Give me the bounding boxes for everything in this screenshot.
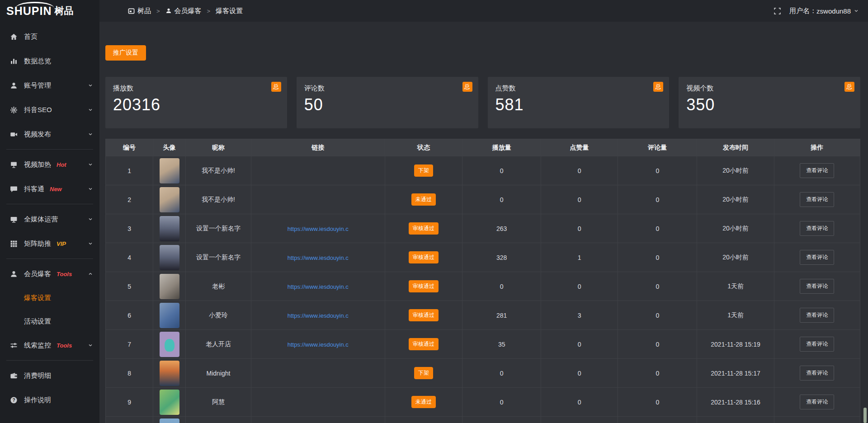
video-link[interactable]: https://www.iesdouyin.c — [288, 312, 349, 319]
avatar — [160, 418, 179, 423]
cell-id: 1 — [106, 156, 153, 185]
new-badge: New — [50, 186, 62, 193]
cell-likes: 3 — [541, 301, 618, 330]
cell-comments: 0 — [618, 185, 697, 214]
view-comments-button[interactable]: 查看评论 — [800, 192, 834, 207]
video-link[interactable]: https://www.iesdouyin.c — [288, 254, 349, 261]
sidebar-item-home[interactable]: 首页 — [0, 24, 99, 49]
stat-card-likes: 点赞数 581 总 — [488, 77, 670, 128]
chevron-down-icon — [88, 162, 93, 167]
total-badge: 总 — [271, 82, 281, 92]
sidebar-divider — [6, 204, 93, 204]
status-badge[interactable]: 审核通过 — [409, 280, 439, 292]
user-menu[interactable]: 用户名： zswodun88 — [789, 7, 859, 15]
avatar — [160, 274, 179, 299]
status-badge[interactable]: 审核通过 — [409, 222, 439, 235]
tools-badge: Tools — [57, 342, 72, 349]
scrollbar-thumb[interactable] — [863, 408, 867, 423]
sidebar-item-operation-guide[interactable]: ? 操作说明 — [0, 388, 99, 412]
screen-icon — [10, 161, 18, 169]
breadcrumb-item-current[interactable]: 爆客设置 — [216, 7, 243, 15]
col-header-status: 状态 — [385, 139, 462, 156]
cell-likes: 1 — [541, 243, 618, 272]
main-area: 树品 > 会员爆客 > 爆客设置 用户名： zswodun88 推广设置 — [99, 0, 868, 423]
sidebar-subitem-baoke-settings[interactable]: 爆客设置 — [0, 286, 99, 310]
sidebar-item-douyin-seo[interactable]: 抖音SEO — [0, 98, 99, 122]
sidebar-item-label: 消费明细 — [24, 371, 51, 380]
sidebar-divider — [6, 149, 93, 150]
sidebar-item-account-management[interactable]: 账号管理 — [0, 73, 99, 98]
status-badge[interactable]: 下架 — [414, 367, 433, 379]
cell-id: 2 — [106, 185, 153, 214]
sliders-icon — [10, 342, 18, 349]
cell-id: 8 — [106, 359, 153, 388]
chevron-down-icon — [88, 83, 93, 88]
sidebar-item-omnimedia-operation[interactable]: 全媒体运营 — [0, 207, 99, 231]
sidebar-item-consumption-detail[interactable]: 消费明细 — [0, 363, 99, 388]
sidebar-item-matrix-boost[interactable]: 矩阵助推 VIP — [0, 231, 99, 256]
cell-plays: 328 — [462, 243, 541, 272]
bar-chart-icon — [10, 57, 18, 65]
breadcrumb-app-icon — [128, 8, 135, 14]
stat-label: 播放数 — [113, 84, 287, 93]
sidebar-menu: 首页 数据总览 账号管理 抖音SEO 视频发布 — [0, 22, 99, 412]
col-header-plays: 播放量 — [462, 139, 541, 156]
sidebar-item-clue-monitor[interactable]: 线索监控 Tools — [0, 333, 99, 357]
cell-comments: 0 — [618, 214, 697, 243]
sidebar-item-video-publish[interactable]: 视频发布 — [0, 122, 99, 146]
table-row: 8 Midnight 下架 0 0 0 2021-11-28 15:17 查看评… — [106, 359, 860, 388]
sidebar-item-label: 会员爆客 — [24, 270, 51, 278]
home-icon — [10, 33, 18, 41]
video-link[interactable]: https://www.iesdouyin.c — [288, 283, 349, 290]
sidebar-item-label: 矩阵助推 — [24, 240, 51, 248]
status-badge[interactable]: 审核通过 — [409, 251, 439, 263]
cell-plays: 0 — [462, 185, 541, 214]
status-badge[interactable]: 审核通过 — [409, 309, 439, 321]
cell-publish-time: 2021-11-28 15:16 — [697, 388, 774, 417]
col-header-publish-time: 发布时间 — [697, 139, 774, 156]
sidebar-subitem-activity-settings[interactable]: 活动设置 — [0, 310, 99, 333]
status-badge[interactable]: 未通过 — [411, 396, 436, 408]
topbar: 树品 > 会员爆客 > 爆客设置 用户名： zswodun88 — [99, 0, 868, 22]
col-header-comments: 评论量 — [618, 139, 697, 156]
status-badge[interactable]: 未通过 — [411, 193, 436, 206]
stat-card-comments: 评论数 50 总 — [297, 77, 478, 128]
view-comments-button[interactable]: 查看评论 — [800, 337, 834, 352]
view-comments-button[interactable]: 查看评论 — [800, 279, 834, 294]
hot-badge: Hot — [57, 161, 66, 168]
view-comments-button[interactable]: 查看评论 — [800, 250, 834, 265]
view-comments-button[interactable]: 查看评论 — [800, 308, 834, 323]
breadcrumb-item-member[interactable]: 会员爆客 — [175, 7, 202, 15]
view-comments-button[interactable]: 查看评论 — [800, 395, 834, 409]
stat-card-videos: 视频个数 350 总 — [679, 77, 860, 128]
member-icon — [10, 270, 18, 278]
sidebar-item-member-baoke[interactable]: 会员爆客 Tools — [0, 262, 99, 286]
video-link[interactable]: https://www.iesdouyin.c — [288, 341, 349, 348]
status-badge[interactable]: 下架 — [414, 164, 433, 177]
cell-plays: 0 — [462, 272, 541, 301]
table-row: 5 老彬 https://www.iesdouyin.c 审核通过 0 0 0 … — [106, 272, 860, 301]
total-badge: 总 — [844, 82, 854, 92]
view-comments-button[interactable]: 查看评论 — [800, 221, 834, 236]
view-comments-button[interactable]: 查看评论 — [800, 366, 834, 381]
svg-text:?: ? — [12, 397, 15, 402]
view-comments-button[interactable]: 查看评论 — [800, 163, 834, 178]
cell-publish-time: 1天前 — [697, 301, 774, 330]
cell-nickname: 我不是小帅! — [185, 156, 251, 185]
status-badge[interactable]: 审核通过 — [409, 338, 439, 350]
cell-likes: 0 — [541, 156, 618, 185]
chevron-down-icon — [88, 107, 93, 113]
sidebar-item-data-overview[interactable]: 数据总览 — [0, 49, 99, 73]
cell-plays: 0 — [462, 156, 541, 185]
cell-comments: 0 — [618, 330, 697, 359]
sidebar-item-video-heating[interactable]: 视频加热 Hot — [0, 152, 99, 177]
video-icon — [10, 131, 18, 138]
video-link[interactable]: https://www.iesdouyin.c — [288, 226, 349, 232]
sidebar-item-douketong[interactable]: 抖客通 New — [0, 177, 99, 201]
breadcrumb-separator: > — [156, 8, 160, 14]
cell-plays: 263 — [462, 214, 541, 243]
table-row: 9 阿慧 未通过 0 0 0 2021-11-28 15:16 查看评论 — [106, 388, 860, 417]
fullscreen-icon[interactable] — [774, 7, 781, 15]
breadcrumb-item-home[interactable]: 树品 — [137, 7, 151, 15]
promotion-settings-button[interactable]: 推广设置 — [105, 45, 146, 61]
